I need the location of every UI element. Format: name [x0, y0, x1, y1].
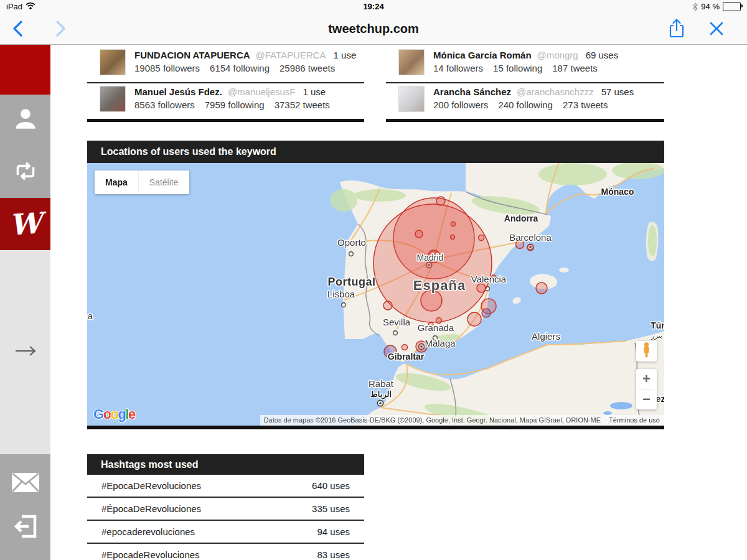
keyword-location-circle	[527, 245, 533, 251]
battery-percent: 94 %	[701, 2, 720, 11]
keyword-location-circle	[415, 230, 423, 238]
keyword-location-circle	[451, 222, 456, 226]
hashtag-uses: 94 uses	[317, 526, 350, 537]
sidebar-item-retweets[interactable]	[0, 146, 50, 198]
arrow-right-icon	[14, 344, 37, 360]
terms-link[interactable]: Términos de uso	[604, 415, 664, 426]
user-card[interactable]: FUNDACION ATAPUERCA@FATAPUERCA1 use19085…	[87, 47, 364, 82]
w-logo: W	[8, 208, 42, 239]
user-info: FUNDACION ATAPUERCA@FATAPUERCA1 use19085…	[134, 49, 356, 73]
person-icon	[12, 106, 39, 135]
close-icon[interactable]	[708, 21, 725, 37]
user-card[interactable]: Mónica García Román@mongrg69 uses14 foll…	[386, 47, 664, 82]
map-label: España	[413, 278, 466, 293]
carrier-label: iPad	[6, 2, 22, 11]
tweets-count: 37352 tweets	[275, 100, 330, 110]
following-count: 240 following	[498, 100, 553, 110]
tweets-count: 273 tweets	[563, 100, 608, 110]
keyword-location-circle	[451, 235, 455, 240]
hashtags-table: #EpocaDeRevoluciones640 uses#ÉpocaDeRevo…	[87, 475, 364, 560]
sidebar-item-keyword-active[interactable]: W	[0, 198, 50, 250]
keyword-location-circle	[383, 301, 392, 310]
user-info: Manuel Jesús Fdez.@manueljesusF1 use8563…	[134, 86, 330, 110]
user-stats: 14 followers15 following187 tweets	[433, 63, 618, 73]
hashtag-label: #EpocadeRevoluciones	[101, 549, 200, 560]
user-line1: FUNDACION ATAPUERCA@FATAPUERCA1 use	[134, 49, 356, 61]
keyword-location-circle	[467, 312, 481, 326]
sidebar-item-top[interactable]	[0, 45, 50, 95]
following-count: 7959 following	[205, 100, 265, 110]
attribution-text: Datos de mapas ©2016 GeoBasis-DE/BKG (©2…	[260, 415, 604, 426]
keyword-location-circle	[402, 345, 408, 350]
sidebar-bottom-group	[0, 454, 50, 560]
avatar	[398, 49, 425, 75]
mail-icon[interactable]	[11, 472, 40, 495]
avatar	[100, 49, 126, 75]
following-count: 6154 following	[210, 63, 270, 73]
hashtag-row: #EpocadeRevoluciones83 uses	[87, 544, 364, 560]
keyword-location-circle	[479, 235, 484, 241]
hashtag-row: #epocaderevoluciones94 uses	[87, 521, 364, 543]
user-stats: 8563 followers7959 following37352 tweets	[134, 100, 330, 110]
user-line1: Manuel Jesús Fdez.@manueljesusF1 use	[134, 86, 330, 98]
satellite-button[interactable]: Satélite	[138, 170, 189, 194]
user-line1: Mónica García Román@mongrg69 uses	[433, 49, 618, 61]
hashtag-uses: 83 uses	[317, 549, 350, 560]
zoom-in-button[interactable]: +	[636, 369, 657, 389]
exit-icon[interactable]	[12, 513, 39, 542]
user-handle: @FATAPUERCA	[256, 50, 326, 60]
user-uses-count: 69 uses	[586, 50, 619, 60]
map-label: a	[88, 310, 93, 321]
hashtags-section: Hashtags most used #EpocaDeRevoluciones6…	[87, 454, 364, 560]
map-button[interactable]: Mapa	[95, 170, 138, 194]
keyword-location-circle	[421, 290, 442, 311]
avatar	[398, 86, 425, 112]
clock: 19:24	[0, 2, 747, 11]
google-logo-letter: o	[111, 406, 118, 422]
row-divider	[87, 119, 364, 122]
hashtag-label: #EpocaDeRevoluciones	[101, 480, 201, 491]
repeat-icon	[11, 159, 40, 185]
hashtag-label: #ÉpocaDeRevoluciones	[101, 503, 201, 514]
safari-toolbar: tweetchup.com	[0, 13, 747, 45]
map-label: الرباط	[370, 390, 392, 399]
user-info: Mónica García Román@mongrg69 uses14 foll…	[433, 49, 618, 73]
map-label: ez	[656, 394, 664, 404]
zoom-control: + −	[636, 369, 657, 409]
ios-status-bar: iPad 19:24 94 %	[0, 0, 747, 13]
map-label: Andorra	[504, 213, 538, 223]
bluetooth-icon	[692, 2, 698, 11]
keyword-location-circle	[482, 309, 491, 317]
user-stats: 200 followers240 following273 tweets	[433, 100, 634, 110]
town-dot	[342, 303, 346, 307]
zoom-out-button[interactable]: −	[636, 390, 657, 409]
pegman-control[interactable]	[636, 341, 657, 362]
user-card[interactable]: Manuel Jesús Fdez.@manueljesusF1 use8563…	[87, 83, 364, 119]
followers-count: 14 followers	[433, 63, 483, 73]
user-uses-count: 1 use	[303, 86, 326, 97]
map-label: Oporto	[337, 237, 366, 248]
hashtag-uses: 335 uses	[312, 503, 350, 514]
town-dot	[349, 252, 354, 256]
followers-count: 200 followers	[433, 100, 488, 110]
forward-button[interactable]	[51, 19, 70, 38]
address-title[interactable]: tweetchup.com	[125, 13, 622, 44]
google-logo-letter: o	[103, 406, 111, 422]
share-icon[interactable]	[667, 18, 687, 39]
capital-marker-center	[379, 402, 382, 404]
back-button[interactable]	[9, 19, 27, 38]
town-dot	[393, 331, 398, 335]
hashtag-uses: 640 uses	[312, 480, 350, 491]
map-label: Rabat	[369, 378, 394, 389]
user-name: Arancha Sánchez	[433, 86, 511, 97]
map-attribution: Datos de mapas ©2016 GeoBasis-DE/BKG (©2…	[260, 415, 664, 426]
user-info: Arancha Sánchez@aranchasnchzzz57 uses200…	[433, 86, 634, 110]
hashtags-header: Hashtags most used	[87, 454, 364, 475]
google-map[interactable]: MónacoAndorraBarcelonaOportoMadridEspaña…	[87, 163, 664, 426]
sidebar-item-next[interactable]	[0, 250, 50, 454]
google-logo[interactable]: Google	[93, 406, 135, 422]
user-card[interactable]: Arancha Sánchez@aranchasnchzzz57 uses200…	[386, 83, 664, 119]
sidebar-item-profiles[interactable]	[0, 95, 50, 146]
user-stats: 19085 followers6154 following25986 tweet…	[134, 63, 356, 73]
followers-count: 19085 followers	[134, 63, 200, 73]
